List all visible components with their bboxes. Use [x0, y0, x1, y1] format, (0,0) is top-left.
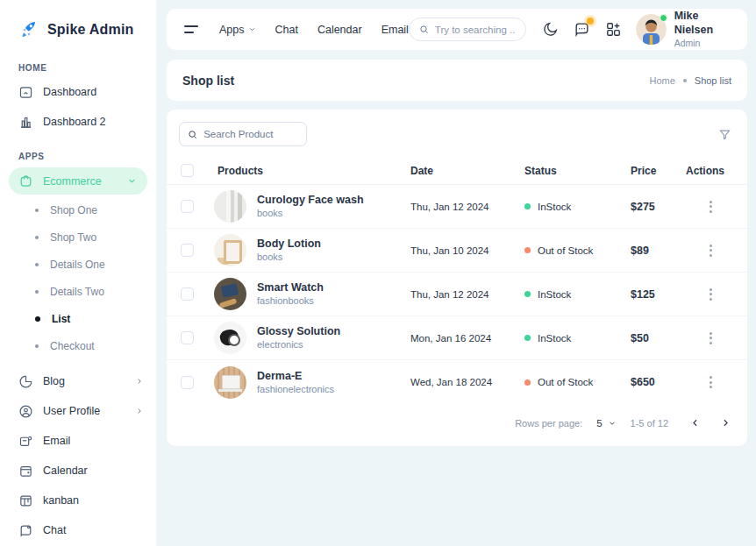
previous-page-button[interactable]	[689, 417, 701, 429]
breadcrumb-home[interactable]: Home	[649, 75, 674, 86]
row-checkbox[interactable]	[181, 200, 194, 213]
top-nav: Apps Chat Calendar Email	[219, 24, 409, 36]
sidebar-subitem-label: Details One	[50, 259, 105, 271]
nav-apps[interactable]: Apps	[219, 24, 256, 36]
status-dot-icon	[524, 335, 531, 341]
user-menu[interactable]: Mike Nielsen Admin	[636, 10, 733, 48]
hamburger-menu-icon[interactable]	[182, 22, 200, 36]
main-content: Apps Chat Calendar Email	[156, 0, 756, 546]
sidebar-subitem-label: Details Two	[50, 286, 104, 298]
notifications-button[interactable]	[574, 21, 590, 38]
product-category: books	[257, 251, 321, 263]
sidebar: Spike Admin HOME Dashboard Dashboard 2 A…	[0, 0, 156, 546]
column-header-date: Date	[410, 165, 524, 177]
sidebar-subitem-shop-one[interactable]: Shop One	[0, 196, 156, 223]
row-actions-button[interactable]	[700, 329, 721, 348]
sidebar-subitem-checkout[interactable]: Checkout	[0, 332, 156, 359]
sidebar-subitem-details-one[interactable]: Details One	[0, 251, 156, 278]
bullet-icon	[35, 290, 39, 294]
nav-email[interactable]: Email	[382, 24, 409, 36]
product-thumbnail	[214, 234, 246, 266]
product-thumbnail	[214, 322, 246, 354]
product-category: fashionelectronics	[257, 383, 334, 395]
filter-icon	[718, 128, 731, 141]
product-date: Thu, Jan 10 2024	[410, 245, 524, 256]
row-checkbox[interactable]	[181, 244, 194, 257]
breadcrumb-current: Shop list	[695, 75, 731, 86]
product-search-input[interactable]	[203, 129, 298, 139]
product-price: $125	[623, 288, 686, 301]
row-actions-button[interactable]	[700, 372, 721, 392]
brand-name: Spike Admin	[47, 22, 134, 38]
product-date: Mon, Jan 16 2024	[410, 333, 524, 344]
table-row: Derma-E fashionelectronics Wed, Jan 18 2…	[167, 360, 747, 404]
grid-plus-icon	[605, 21, 622, 38]
select-all-checkbox[interactable]	[181, 164, 194, 177]
row-actions-button[interactable]	[700, 285, 721, 304]
sidebar-item-blog[interactable]: Blog	[0, 366, 156, 396]
sidebar-subitem-list[interactable]: List	[0, 305, 156, 332]
product-category: electronics	[257, 338, 340, 351]
status-dot-icon	[524, 291, 531, 297]
row-actions-button[interactable]	[700, 241, 721, 260]
row-checkbox[interactable]	[181, 376, 194, 389]
rows-per-page-label: Rows per page:	[515, 418, 582, 429]
sidebar-item-label: Dashboard	[43, 86, 96, 98]
sidebar-subitem-label: Checkout	[50, 340, 95, 352]
rows-per-page-select[interactable]: 5	[596, 418, 616, 429]
row-actions-button[interactable]	[700, 197, 721, 216]
apps-grid-button[interactable]	[605, 21, 622, 38]
sidebar-item-dashboard[interactable]: Dashboard	[0, 77, 156, 107]
calendar-icon	[18, 464, 33, 479]
bullet-icon	[35, 209, 39, 212]
kanban-icon	[18, 493, 33, 508]
brand-logo[interactable]: Spike Admin	[0, 0, 156, 48]
sidebar-item-calendar[interactable]: Calendar	[0, 456, 156, 486]
nav-chat[interactable]: Chat	[275, 24, 298, 36]
product-category: fashionbooks	[257, 294, 324, 307]
sidebar-item-label: Ecommerce	[43, 175, 102, 188]
product-name: Curology Face wash	[257, 193, 364, 207]
product-date: Thu, Jan 12 2024	[410, 289, 524, 300]
bullet-icon	[35, 344, 39, 348]
sidebar-item-label: Blog	[43, 375, 65, 387]
status-dot-icon	[524, 379, 531, 386]
sidebar-item-ecommerce[interactable]: Ecommerce	[9, 167, 147, 195]
sidebar-item-user-profile[interactable]: User Profile	[0, 396, 156, 426]
notification-badge	[587, 18, 594, 25]
status-badge: Out of Stock	[538, 377, 593, 387]
product-date: Thu, Jan 12 2024	[410, 202, 524, 212]
global-search-input[interactable]	[435, 25, 516, 35]
row-checkbox[interactable]	[181, 287, 194, 301]
sidebar-item-kanban[interactable]: kanban	[0, 486, 156, 515]
bullet-icon	[35, 236, 39, 239]
status-badge: InStock	[538, 202, 571, 212]
filter-button[interactable]	[717, 126, 733, 143]
table-row: Smart Watch fashionbooks Thu, Jan 12 202…	[167, 273, 747, 316]
nav-apps-label: Apps	[219, 24, 245, 36]
sidebar-item-email[interactable]: Email	[0, 426, 156, 456]
column-header-products: Products	[207, 165, 410, 177]
dark-mode-toggle[interactable]	[542, 21, 559, 38]
next-page-button[interactable]	[720, 417, 731, 429]
sidebar-subitem-shop-two[interactable]: Shop Two	[0, 223, 156, 251]
user-name: Mike Nielsen	[674, 10, 733, 37]
avatar	[636, 14, 667, 45]
search-icon	[188, 129, 197, 140]
sidebar-item-dashboard2[interactable]: Dashboard 2	[0, 107, 156, 137]
sidebar-item-chat[interactable]: Chat	[0, 515, 156, 545]
product-name: Body Lotion	[257, 237, 321, 251]
sidebar-subitem-details-two[interactable]: Details Two	[0, 278, 156, 305]
column-header-price: Price	[623, 165, 686, 177]
row-checkbox[interactable]	[181, 331, 194, 344]
global-search[interactable]	[409, 18, 526, 41]
chevron-right-icon	[135, 377, 144, 386]
nav-calendar[interactable]: Calendar	[317, 24, 362, 36]
chevron-down-icon	[608, 419, 617, 428]
nav-calendar-label: Calendar	[317, 24, 362, 36]
nav-chat-label: Chat	[275, 24, 298, 36]
product-search[interactable]	[179, 122, 307, 146]
sidebar-item-label: Email	[43, 435, 70, 447]
column-header-actions: Actions	[686, 165, 747, 177]
sidebar-item-label: kanban	[43, 494, 79, 507]
